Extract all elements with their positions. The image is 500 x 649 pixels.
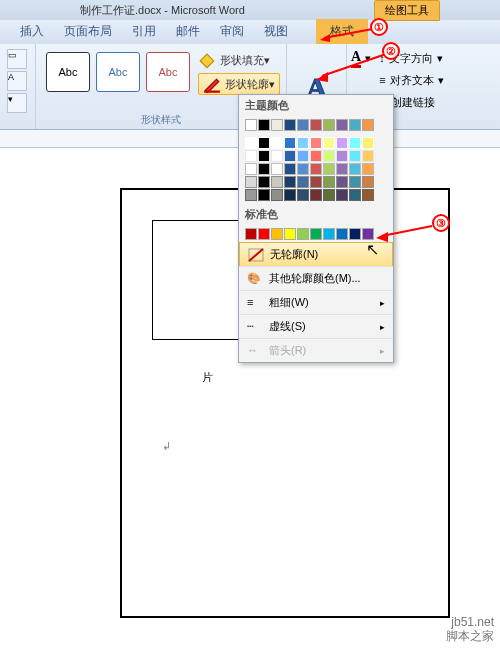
color-swatch[interactable] bbox=[349, 176, 361, 188]
color-swatch[interactable] bbox=[245, 119, 257, 131]
more-outline-colors-item[interactable]: 🎨 其他轮廓颜色(M)... bbox=[239, 266, 393, 290]
color-swatch[interactable] bbox=[362, 163, 374, 175]
color-swatch[interactable] bbox=[336, 228, 348, 240]
color-swatch[interactable] bbox=[245, 137, 257, 149]
color-swatch[interactable] bbox=[362, 150, 374, 162]
color-swatch[interactable] bbox=[258, 150, 270, 162]
color-swatch[interactable] bbox=[349, 189, 361, 201]
color-swatch[interactable] bbox=[271, 176, 283, 188]
color-swatch[interactable] bbox=[284, 119, 296, 131]
color-swatch[interactable] bbox=[284, 150, 296, 162]
svg-marker-6 bbox=[316, 72, 328, 82]
color-swatch[interactable] bbox=[336, 137, 348, 149]
color-swatch[interactable] bbox=[336, 150, 348, 162]
color-swatch[interactable] bbox=[310, 176, 322, 188]
color-swatch[interactable] bbox=[349, 163, 361, 175]
svg-line-5 bbox=[322, 54, 386, 76]
tab-view[interactable]: 视图 bbox=[254, 19, 298, 44]
shapes-more-button[interactable]: ▾ bbox=[7, 93, 27, 113]
color-swatch[interactable] bbox=[245, 189, 257, 201]
color-swatch[interactable] bbox=[362, 189, 374, 201]
align-text-button[interactable]: ≡对齐文本 ▾ bbox=[379, 70, 443, 90]
color-swatch[interactable] bbox=[271, 119, 283, 131]
color-swatch[interactable] bbox=[362, 176, 374, 188]
color-swatch[interactable] bbox=[310, 119, 322, 131]
color-swatch[interactable] bbox=[323, 137, 335, 149]
color-swatch[interactable] bbox=[245, 228, 257, 240]
color-swatch[interactable] bbox=[310, 228, 322, 240]
color-swatch[interactable] bbox=[271, 150, 283, 162]
color-swatch[interactable] bbox=[297, 176, 309, 188]
color-swatch[interactable] bbox=[323, 228, 335, 240]
color-swatch[interactable] bbox=[323, 119, 335, 131]
color-swatch[interactable] bbox=[349, 228, 361, 240]
color-swatch[interactable] bbox=[336, 119, 348, 131]
tab-mail[interactable]: 邮件 bbox=[166, 19, 210, 44]
color-swatch[interactable] bbox=[284, 228, 296, 240]
color-swatch[interactable] bbox=[310, 150, 322, 162]
color-swatch[interactable] bbox=[323, 189, 335, 201]
color-swatch[interactable] bbox=[336, 176, 348, 188]
theme-color-row[interactable] bbox=[239, 116, 393, 134]
tab-review[interactable]: 审阅 bbox=[210, 19, 254, 44]
svg-line-7 bbox=[382, 226, 432, 236]
color-swatch[interactable] bbox=[362, 228, 374, 240]
color-swatch[interactable] bbox=[323, 163, 335, 175]
color-swatch[interactable] bbox=[284, 137, 296, 149]
theme-colors-title: 主题颜色 bbox=[239, 95, 393, 116]
callout-3: ③ bbox=[432, 214, 450, 232]
style-swatch-2[interactable]: Abc bbox=[96, 52, 140, 92]
ribbon-tabs: 插入 页面布局 引用 邮件 审阅 视图 格式 bbox=[0, 20, 500, 44]
color-swatch[interactable] bbox=[362, 119, 374, 131]
color-swatch[interactable] bbox=[284, 163, 296, 175]
weight-item[interactable]: ≡ 粗细(W)▸ bbox=[239, 290, 393, 314]
dashes-item[interactable]: ┄ 虚线(S)▸ bbox=[239, 314, 393, 338]
color-swatch[interactable] bbox=[349, 150, 361, 162]
theme-shades-grid[interactable] bbox=[239, 134, 393, 204]
style-swatch-3[interactable]: Abc bbox=[146, 52, 190, 92]
color-swatch[interactable] bbox=[310, 137, 322, 149]
paragraph-mark: ↲ bbox=[162, 440, 171, 453]
color-swatch[interactable] bbox=[349, 119, 361, 131]
arrows-icon: ↔ bbox=[247, 344, 263, 358]
color-swatch[interactable] bbox=[297, 119, 309, 131]
color-swatch[interactable] bbox=[258, 119, 270, 131]
color-swatch[interactable] bbox=[336, 189, 348, 201]
style-swatch-1[interactable]: Abc bbox=[46, 52, 90, 92]
color-swatch[interactable] bbox=[245, 150, 257, 162]
color-swatch[interactable] bbox=[297, 150, 309, 162]
color-swatch[interactable] bbox=[271, 228, 283, 240]
color-swatch[interactable] bbox=[258, 228, 270, 240]
color-swatch[interactable] bbox=[362, 137, 374, 149]
color-swatch[interactable] bbox=[258, 137, 270, 149]
tab-reference[interactable]: 引用 bbox=[122, 19, 166, 44]
tab-insert[interactable]: 插入 bbox=[10, 19, 54, 44]
color-swatch[interactable] bbox=[245, 163, 257, 175]
color-swatch[interactable] bbox=[323, 176, 335, 188]
arrow-3 bbox=[376, 222, 436, 242]
color-swatch[interactable] bbox=[258, 163, 270, 175]
color-swatch[interactable] bbox=[297, 163, 309, 175]
color-swatch[interactable] bbox=[310, 163, 322, 175]
group-shapes: ▭ A ▾ bbox=[0, 44, 36, 129]
color-swatch[interactable] bbox=[271, 137, 283, 149]
shapes-button[interactable]: ▭ bbox=[7, 49, 27, 69]
color-swatch[interactable] bbox=[297, 228, 309, 240]
color-swatch[interactable] bbox=[297, 137, 309, 149]
color-swatch[interactable] bbox=[336, 163, 348, 175]
shape-fill-button[interactable]: 形状填充 ▾ bbox=[198, 49, 280, 71]
color-swatch[interactable] bbox=[310, 189, 322, 201]
color-swatch[interactable] bbox=[297, 189, 309, 201]
color-swatch[interactable] bbox=[271, 163, 283, 175]
color-swatch[interactable] bbox=[284, 176, 296, 188]
color-swatch[interactable] bbox=[258, 176, 270, 188]
color-swatch[interactable] bbox=[271, 189, 283, 201]
color-swatch[interactable] bbox=[245, 176, 257, 188]
shape-outline-button[interactable]: 形状轮廓 ▾ bbox=[198, 73, 280, 95]
color-swatch[interactable] bbox=[323, 150, 335, 162]
tab-page-layout[interactable]: 页面布局 bbox=[54, 19, 122, 44]
color-swatch[interactable] bbox=[258, 189, 270, 201]
textbox-button[interactable]: A bbox=[7, 71, 27, 91]
color-swatch[interactable] bbox=[349, 137, 361, 149]
color-swatch[interactable] bbox=[284, 189, 296, 201]
